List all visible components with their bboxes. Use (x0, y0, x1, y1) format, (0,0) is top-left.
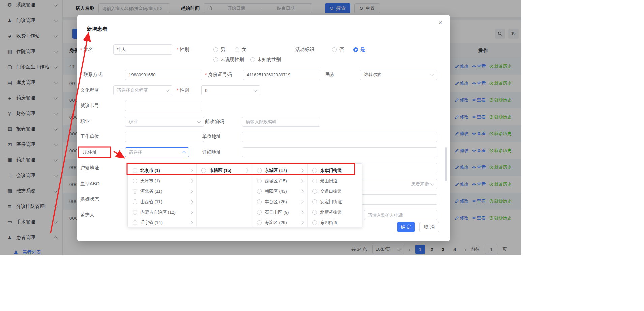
cascader-option-street[interactable]: 景山街道 (308, 176, 362, 186)
radio-gender-unknown[interactable]: 未知的性别 (250, 57, 281, 63)
id-number-label: *身份证号码 (205, 72, 243, 78)
unit-address-input[interactable] (242, 132, 437, 142)
blood-type-label: 血型ABO (80, 181, 100, 187)
cascader-option-street[interactable]: 交道口街道 (308, 186, 362, 196)
cascader-option-district[interactable]: 海淀区 (29) (252, 217, 308, 227)
current-address-select[interactable]: 请选择 (125, 147, 189, 157)
radio-icon (312, 210, 317, 215)
contact-label: *联系方式 (80, 72, 125, 78)
gender-select-label: *性别 (177, 87, 201, 93)
radio-icon (312, 179, 317, 183)
chevron-right-icon (244, 168, 248, 172)
cascader-option-district[interactable]: 东城区 (17) (252, 165, 308, 176)
radio-icon (257, 210, 262, 215)
radio-icon (257, 179, 262, 183)
cascader-option-district[interactable]: 朝阳区 (43) (252, 186, 308, 196)
modal-title: 新增患者 (87, 26, 107, 32)
ethnicity-select[interactable]: 达斡尔族 (360, 70, 437, 80)
radio-icon (133, 220, 137, 225)
card-no-input[interactable] (125, 101, 202, 111)
radio-gender-unstated[interactable]: 未说明性别 (213, 57, 244, 63)
chevron-down-icon (253, 88, 257, 92)
chevron-right-icon (189, 189, 193, 193)
radio-icon (257, 199, 262, 204)
radio-icon (213, 57, 218, 62)
chevron-right-icon (300, 210, 304, 214)
occupation-select[interactable]: 职业 (125, 117, 204, 127)
cascader-option-province[interactable]: 天津市 (1) (128, 176, 196, 186)
cascader-option-street[interactable]: 安定门街道 (308, 196, 362, 207)
guardian-phone-input[interactable] (364, 210, 437, 220)
chevron-right-icon (189, 200, 193, 204)
active-flag-label: 活动标识 (295, 46, 332, 53)
cascader-option-district[interactable]: 石景山区 (9) (252, 207, 308, 217)
ethnicity-label: 民族 (325, 72, 360, 78)
radio-no[interactable]: 否 (332, 46, 344, 53)
cascader-option-province[interactable]: 内蒙古自治区 (12) (128, 207, 196, 217)
radio-male[interactable]: 男 (213, 46, 225, 53)
cascader-option-province[interactable]: 北京市 (1) (128, 165, 196, 176)
chevron-right-icon (300, 221, 304, 224)
radio-yes[interactable]: 是 (353, 46, 365, 53)
chevron-right-icon (300, 179, 304, 183)
chevron-right-icon (189, 179, 193, 183)
close-icon[interactable]: × (438, 19, 442, 27)
radio-icon (312, 220, 317, 225)
cascader-option-province[interactable]: 辽宁省 (14) (128, 217, 196, 227)
contact-input[interactable] (125, 70, 202, 80)
education-select[interactable]: 请选择文化程度 (113, 85, 172, 95)
radio-icon (312, 189, 317, 194)
name-label: *姓名 (80, 46, 113, 53)
radio-icon (201, 168, 206, 173)
chevron-right-icon (189, 168, 193, 172)
cascader-option-district[interactable]: 丰台区 (26) (252, 196, 308, 207)
household-address-label: 户籍地址 (80, 165, 99, 171)
active-flag-radio-group: 否 是 (332, 46, 375, 53)
chevron-up-icon (182, 151, 186, 155)
radio-icon (250, 57, 255, 62)
address-cascader-panel: 北京市 (1) 天津市 (1) 河北省 (11) 山西省 (11) (127, 163, 362, 227)
current-address-label: 现住址 (80, 149, 125, 155)
work-unit-input[interactable] (125, 132, 204, 142)
chevron-right-icon (300, 200, 304, 204)
chevron-right-icon (300, 189, 304, 193)
radio-checked-icon (353, 47, 358, 52)
chevron-down-icon (430, 72, 434, 76)
gender-radio-group-row2: 未说明性别 未知的性别 (213, 57, 290, 63)
radio-icon (257, 168, 262, 173)
cascader-option-city[interactable]: 市辖区 (16) (197, 165, 252, 176)
radio-icon (332, 47, 337, 52)
chevron-right-icon (189, 210, 193, 214)
modal-scrollbar-thumb[interactable] (445, 147, 447, 181)
cascader-option-province[interactable]: 山西省 (11) (128, 196, 196, 207)
radio-icon (133, 210, 137, 215)
unit-address-label: 单位地址 (202, 134, 242, 140)
work-unit-label: 工作单位 (80, 134, 125, 140)
postcode-label: 邮政编码 (205, 119, 242, 125)
detail-address-input[interactable] (242, 147, 437, 157)
marital-status-label: 婚姻状态 (80, 196, 99, 203)
chevron-right-icon (189, 221, 193, 224)
radio-icon (312, 199, 317, 204)
cancel-button[interactable]: 取 消 (419, 222, 439, 232)
cascader-option-province[interactable]: 河北省 (11) (128, 186, 196, 196)
name-input[interactable] (113, 44, 172, 55)
radio-icon (133, 199, 137, 204)
id-number-input[interactable] (243, 70, 320, 80)
chevron-down-icon (165, 88, 169, 92)
patient-source-select[interactable]: 患者来源 (360, 179, 437, 189)
gender-select[interactable]: 0 (201, 85, 260, 95)
cascader-option-street[interactable]: 东华门街道 (308, 165, 362, 176)
postcode-input[interactable] (242, 117, 320, 127)
cascader-option-district[interactable]: 西城区 (15) (252, 176, 308, 186)
chevron-right-icon (300, 168, 304, 172)
radio-icon (213, 47, 218, 52)
cascader-option-street[interactable]: 北新桥街道 (308, 207, 362, 217)
radio-female[interactable]: 女 (235, 46, 246, 53)
radio-icon (257, 220, 262, 225)
chevron-down-icon (430, 182, 434, 185)
cascader-option-street[interactable]: 东四街道 (308, 217, 362, 227)
radio-icon (133, 179, 137, 183)
confirm-button[interactable]: 确 定 (397, 222, 415, 232)
guardian-label: 监护人 (80, 212, 94, 218)
